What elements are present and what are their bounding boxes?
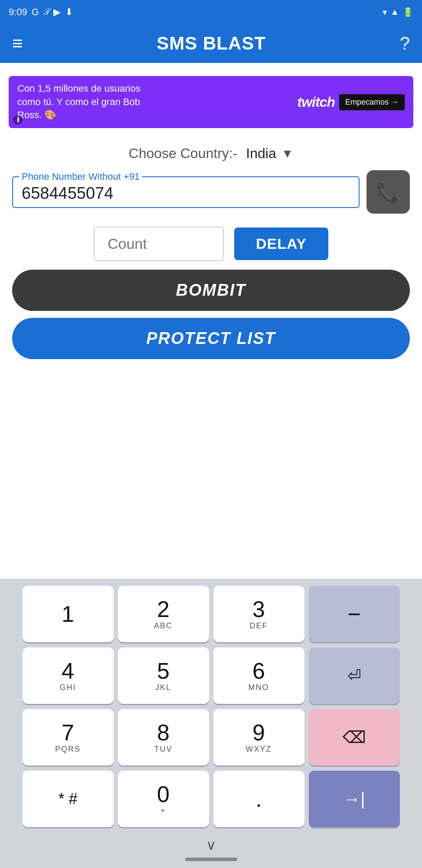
chevron-down-icon: ▼: [281, 147, 294, 161]
app-icon-1: 𝒯: [43, 7, 49, 17]
count-delay-row: DELAY: [12, 227, 410, 261]
keyboard-row-1: 1 2 ABC 3 DEF −: [5, 586, 417, 642]
wifi-icon: ▾: [383, 7, 387, 17]
count-input[interactable]: [94, 227, 224, 261]
country-dropdown[interactable]: India ▼: [246, 145, 293, 162]
key-4[interactable]: 4 GHI: [23, 647, 114, 704]
phone-book-icon: 📞: [376, 180, 401, 204]
keyboard-chevron-down-icon[interactable]: ∨: [206, 837, 216, 853]
key-7[interactable]: 7 PQRS: [23, 709, 114, 766]
ad-text: Con 1,5 millones de usuarios como tú. Y …: [17, 82, 165, 122]
app-title: SMS BLAST: [157, 33, 266, 54]
main-content: Con 1,5 millones de usuarios como tú. Y …: [0, 63, 422, 566]
key-8[interactable]: 8 TUV: [118, 709, 209, 766]
status-bar-right: ▾ ▲ 🔋: [383, 7, 413, 17]
key-return[interactable]: ⏎: [309, 647, 400, 704]
country-selector-row: Choose Country:- India ▼: [9, 145, 413, 162]
phone-input-wrapper: Phone Number Without +91: [12, 176, 360, 208]
key-6[interactable]: 6 MNO: [213, 647, 304, 704]
key-star-hash[interactable]: * #: [23, 771, 114, 827]
key-tab[interactable]: →|: [309, 771, 400, 827]
ad-banner[interactable]: Con 1,5 millones de usuarios como tú. Y …: [9, 76, 413, 128]
keyboard-row-2: 4 GHI 5 JKL 6 MNO ⏎: [5, 647, 417, 704]
menu-icon[interactable]: ≡: [12, 33, 23, 54]
help-icon[interactable]: ?: [400, 33, 410, 54]
keyboard: 1 2 ABC 3 DEF − 4 GHI 5 JKL 6 MNO ⏎: [0, 579, 422, 868]
country-label: Choose Country:-: [129, 145, 238, 162]
twitch-logo: twitch: [298, 94, 335, 110]
ad-right: twitch Empecamos →: [298, 94, 405, 110]
key-5[interactable]: 5 JKL: [118, 647, 209, 704]
google-icon: G: [32, 7, 39, 18]
download-icon: ⬇: [65, 7, 73, 18]
app-bar: ≡ SMS BLAST ?: [0, 24, 422, 63]
status-time: 9:09: [9, 7, 27, 18]
key-0[interactable]: 0 +: [118, 771, 209, 827]
phone-input-label: Phone Number Without +91: [19, 171, 142, 182]
ad-info-icon: ℹ: [13, 115, 23, 125]
status-bar-left: 9:09 G 𝒯 ▶ ⬇: [9, 7, 73, 18]
home-handle: [185, 858, 237, 861]
keyboard-row-3: 7 PQRS 8 TUV 9 WXYZ ⌫: [5, 709, 417, 766]
key-dot[interactable]: .: [213, 771, 304, 827]
key-minus[interactable]: −: [309, 586, 400, 642]
key-9[interactable]: 9 WXYZ: [213, 709, 304, 766]
key-delete[interactable]: ⌫: [309, 709, 400, 766]
youtube-icon: ▶: [53, 7, 61, 18]
key-3[interactable]: 3 DEF: [213, 586, 304, 642]
country-selected-value: India: [246, 145, 276, 162]
keyboard-row-4: * # 0 + . →|: [5, 771, 417, 827]
contact-picker-button[interactable]: 📞: [366, 170, 410, 214]
ad-cta[interactable]: Empecamos →: [339, 94, 405, 110]
key-2[interactable]: 2 ABC: [118, 586, 209, 642]
protect-list-button[interactable]: PROTECT LIST: [12, 318, 410, 359]
signal-icon: ▲: [390, 7, 399, 17]
phone-number-input[interactable]: [22, 184, 350, 203]
key-1[interactable]: 1: [23, 586, 114, 642]
keyboard-bottom: ∨: [5, 832, 417, 864]
battery-icon: 🔋: [402, 7, 413, 17]
bombit-button[interactable]: BOMBIT: [12, 270, 410, 311]
status-bar: 9:09 G 𝒯 ▶ ⬇ ▾ ▲ 🔋: [0, 0, 422, 24]
delay-button[interactable]: DELAY: [234, 228, 328, 260]
phone-input-row: Phone Number Without +91 📞: [12, 170, 410, 214]
